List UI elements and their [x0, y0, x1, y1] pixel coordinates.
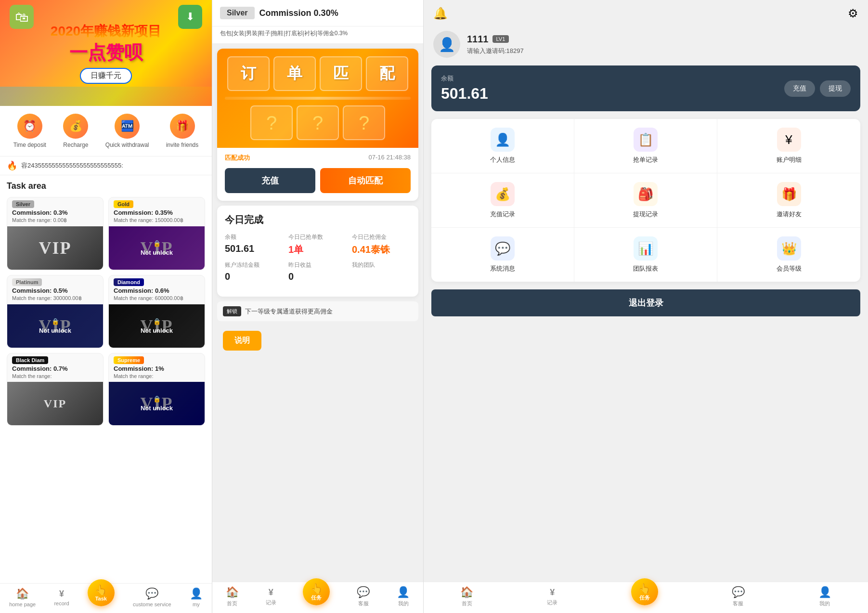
nav-record-left[interactable]: ¥ record: [54, 589, 69, 606]
nav-service-right[interactable]: 💬 客服: [732, 586, 745, 607]
banner-sub: 日赚千元: [80, 68, 132, 84]
nav-home-mid[interactable]: 🏠 首页: [226, 586, 239, 607]
badge-gold: Gold: [114, 200, 133, 208]
banner: 🛍 ⬇ 2020年赚钱新项目 一点赞呗 日赚千元: [0, 0, 212, 106]
nav-record-right[interactable]: ¥ 记录: [547, 587, 557, 606]
home-label-right: 首页: [462, 600, 472, 607]
service-label-mid: 客服: [358, 600, 369, 607]
range-platinum: Match the range: 300000.00฿: [12, 295, 98, 301]
slot-question-2: ?: [343, 105, 385, 140]
slot-char-2: 匹: [320, 56, 362, 91]
vip-image-silver: VIP: [7, 226, 103, 270]
balance-actions: 充值 提现: [784, 80, 851, 97]
range-gold: Match the range: 150000.00฿: [114, 217, 200, 223]
slot-char-0: 订: [227, 56, 270, 91]
nav-task-right[interactable]: 👆 任务: [631, 578, 658, 605]
right-top-bar: 🔔 ⚙: [424, 0, 868, 27]
badge-supreme: Supreme: [114, 356, 144, 364]
quick-action-withdrawal[interactable]: 🏧 Quick withdrawal: [105, 114, 149, 148]
task-card-silver[interactable]: Silver Commission: 0.3% Match the range:…: [7, 197, 104, 270]
not-unlock-supreme: Not unlock: [141, 404, 173, 412]
mid-recharge-button[interactable]: 充值: [225, 168, 315, 193]
nav-service-mid[interactable]: 💬 客服: [357, 586, 370, 607]
balance-info: 余额 501.61: [441, 74, 784, 103]
team-report-icon: 📊: [634, 236, 658, 261]
stat-frozen-value: 0: [225, 271, 284, 282]
nav-home-right[interactable]: 🏠 首页: [460, 586, 473, 607]
menu-personal-info[interactable]: 👤 个人信息: [431, 119, 574, 173]
quick-action-time-deposit[interactable]: ⏰ Time deposit: [13, 114, 46, 148]
vip-image-gold: VIP 🔒 Not unlock: [109, 226, 205, 270]
left-panel: 🛍 ⬇ 2020年赚钱新项目 一点赞呗 日赚千元 ⏰ Time deposit …: [0, 0, 212, 613]
vip-image-diamond: VIP 🔒 Not unlock: [109, 304, 205, 348]
task-area: Task area Silver Commission: 0.3% Match …: [0, 175, 212, 583]
avatar: 👤: [433, 31, 460, 58]
my-icon-mid: 👤: [397, 586, 410, 599]
task-card-diamond[interactable]: Diamond Commission: 0.6% Match the range…: [108, 275, 205, 348]
unlock-text: 下一等级专属通道获得更高佣金: [245, 307, 333, 316]
auto-match-button[interactable]: 自动匹配: [320, 168, 411, 193]
commission-title: Commission 0.30%: [259, 8, 338, 18]
task-bubble-icon-mid: 👆: [311, 583, 323, 594]
left-bottom-nav: 🏠 home page ¥ record 👆 Task 💬 custome se…: [0, 583, 212, 613]
menu-invite-friends[interactable]: 🎁 邀请好友: [717, 173, 860, 228]
home-label-mid: 首页: [227, 600, 237, 607]
nav-my-mid[interactable]: 👤 我的: [397, 586, 410, 607]
commission-gold: Commission: 0.35%: [114, 209, 200, 216]
my-label-right: 我的: [819, 600, 830, 607]
commission-platinum: Commission: 0.5%: [12, 287, 98, 294]
explain-button[interactable]: 说明: [223, 331, 261, 351]
match-status-row: 匹配成功 07-16 21:48:38: [217, 148, 418, 166]
service-icon-left: 💬: [145, 587, 158, 600]
service-label-right: 客服: [733, 600, 743, 607]
nav-record-mid[interactable]: ¥ 记录: [266, 587, 276, 606]
stat-commission: 今日已抢佣金 0.41泰铢: [352, 233, 411, 256]
nav-home-left[interactable]: 🏠 home page: [9, 587, 36, 607]
commission-header: Silver Commission 0.30%: [212, 0, 423, 26]
not-unlock-diamond: Not unlock: [141, 327, 173, 334]
menu-account-detail[interactable]: ¥ 账户明细: [717, 119, 860, 173]
stat-commission-value: 0.41泰铢: [352, 243, 411, 256]
record-label-left: record: [54, 600, 69, 606]
menu-order-record[interactable]: 📋 抢单记录: [574, 119, 717, 173]
nav-service-left[interactable]: 💬 custome service: [133, 587, 171, 607]
task-card-supreme[interactable]: Supreme Commission: 1% Match the range: …: [108, 353, 205, 426]
quick-action-invite[interactable]: 🎁 invite friends: [166, 114, 198, 148]
match-success-label: 匹配成功: [225, 154, 250, 162]
menu-recharge-record[interactable]: 💰 充值记录: [431, 173, 574, 228]
nav-task-left[interactable]: 👆 Task: [88, 579, 115, 606]
task-card-blackdiamond[interactable]: Black Diam Commission: 0.7% Match the ra…: [7, 353, 104, 426]
record-label-mid: 记录: [266, 599, 276, 606]
menu-withdraw-record[interactable]: 🎒 提现记录: [574, 173, 717, 228]
notification-icon[interactable]: 🔔: [433, 7, 448, 20]
service-label-left: custome service: [133, 601, 171, 607]
menu-system-msg[interactable]: 💬 系统消息: [431, 228, 574, 282]
task-card-gold[interactable]: Gold Commission: 0.35% Match the range: …: [108, 197, 205, 270]
commission-desc: 包包|女装|男装|鞋子|拖鞋|打底衫|衬衫|等佣金0.3%: [212, 26, 423, 44]
balance-withdraw-button[interactable]: 提现: [820, 80, 851, 97]
menu-team-report[interactable]: 📊 团队报表: [574, 228, 717, 282]
stat-orders-value: 1单: [288, 243, 347, 256]
nav-my-right[interactable]: 👤 我的: [818, 586, 831, 607]
home-icon-left: 🏠: [16, 587, 29, 600]
settings-icon[interactable]: ⚙: [848, 7, 858, 20]
mid-bottom-nav: 🏠 首页 ¥ 记录 👆 任务 💬 客服 👤 我的: [212, 582, 423, 613]
recharge-record-icon: 💰: [491, 182, 515, 206]
nav-task-mid[interactable]: 👆 任务: [303, 578, 330, 605]
stat-orders-label: 今日已抢单数: [288, 233, 347, 241]
invite-friends-label: 邀请好友: [777, 210, 802, 219]
quick-action-recharge[interactable]: 💰 Recharge: [63, 114, 88, 148]
my-icon-left: 👤: [190, 587, 203, 600]
logout-button[interactable]: 退出登录: [431, 289, 860, 316]
balance-recharge-button[interactable]: 充值: [784, 80, 815, 97]
nav-my-left[interactable]: 👤 my: [190, 587, 203, 607]
system-msg-label: 系统消息: [490, 264, 515, 273]
service-icon-right: 💬: [732, 586, 745, 599]
today-complete: 今日完成 余额 501.61 今日已抢单数 1单 今日已抢佣金 0.41泰铢 账…: [217, 206, 418, 297]
right-panel: 🔔 ⚙ 👤 1111 LV1 请输入邀请码:18297 余额 501.61 充值…: [424, 0, 868, 613]
unlock-bar: 解锁 下一等级专属通道获得更高佣金: [217, 301, 418, 321]
stat-commission-label: 今日已抢佣金: [352, 233, 411, 241]
menu-member-level[interactable]: 👑 会员等级: [717, 228, 860, 282]
download-icon: ⬇: [178, 5, 202, 29]
task-card-platinum[interactable]: Platinum Commission: 0.5% Match the rang…: [7, 275, 104, 348]
